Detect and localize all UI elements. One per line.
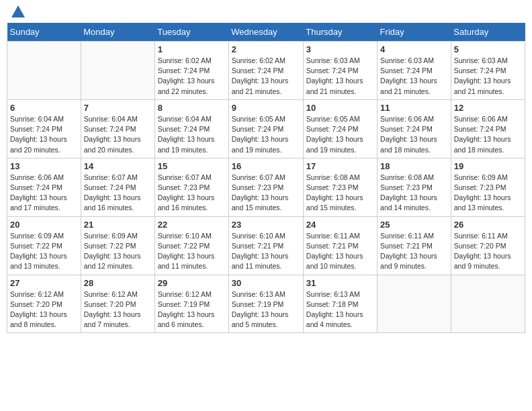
day-info: Sunrise: 6:10 AM Sunset: 7:21 PM Dayligh… [232,231,300,272]
calendar-cell: 13Sunrise: 6:06 AM Sunset: 7:24 PM Dayli… [7,158,81,216]
calendar-cell: 5Sunrise: 6:03 AM Sunset: 7:24 PM Daylig… [451,42,525,100]
day-info: Sunrise: 6:13 AM Sunset: 7:18 PM Dayligh… [306,289,374,330]
calendar-cell: 16Sunrise: 6:07 AM Sunset: 7:23 PM Dayli… [228,158,303,216]
calendar-cell: 14Sunrise: 6:07 AM Sunset: 7:24 PM Dayli… [81,158,154,216]
day-header-saturday: Saturday [451,23,525,42]
day-info: Sunrise: 6:05 AM Sunset: 7:24 PM Dayligh… [306,114,374,155]
day-number: 18 [380,161,448,171]
day-number: 16 [232,161,300,171]
day-info: Sunrise: 6:09 AM Sunset: 7:23 PM Dayligh… [454,173,522,214]
day-info: Sunrise: 6:10 AM Sunset: 7:22 PM Dayligh… [158,231,226,272]
day-info: Sunrise: 6:02 AM Sunset: 7:24 PM Dayligh… [232,56,300,97]
calendar-cell: 17Sunrise: 6:08 AM Sunset: 7:23 PM Dayli… [303,158,377,216]
day-info: Sunrise: 6:07 AM Sunset: 7:24 PM Dayligh… [84,173,152,214]
calendar-cell: 12Sunrise: 6:06 AM Sunset: 7:24 PM Dayli… [451,99,525,158]
day-info: Sunrise: 6:03 AM Sunset: 7:24 PM Dayligh… [380,56,448,97]
day-info: Sunrise: 6:12 AM Sunset: 7:20 PM Dayligh… [10,289,78,330]
day-number: 17 [306,161,374,171]
calendar-table: SundayMondayTuesdayWednesdayThursdayFrid… [7,23,525,333]
day-number: 3 [306,44,374,54]
day-info: Sunrise: 6:06 AM Sunset: 7:24 PM Dayligh… [454,114,522,155]
day-number: 1 [158,44,226,54]
calendar-cell: 2Sunrise: 6:02 AM Sunset: 7:24 PM Daylig… [228,42,303,100]
day-header-monday: Monday [81,23,154,42]
calendar-cell: 9Sunrise: 6:05 AM Sunset: 7:24 PM Daylig… [228,99,303,158]
calendar-cell: 25Sunrise: 6:11 AM Sunset: 7:21 PM Dayli… [378,216,451,275]
calendar-cell: 11Sunrise: 6:06 AM Sunset: 7:24 PM Dayli… [378,99,451,158]
day-header-thursday: Thursday [303,23,377,42]
day-info: Sunrise: 6:12 AM Sunset: 7:19 PM Dayligh… [158,289,226,330]
day-number: 9 [232,103,300,113]
day-header-sunday: Sunday [7,23,81,42]
day-number: 20 [10,220,78,230]
day-number: 23 [232,220,300,230]
calendar-cell: 24Sunrise: 6:11 AM Sunset: 7:21 PM Dayli… [303,216,377,275]
calendar-cell: 7Sunrise: 6:04 AM Sunset: 7:24 PM Daylig… [81,99,154,158]
day-header-tuesday: Tuesday [154,23,228,42]
day-number: 22 [158,220,226,230]
calendar-cell: 28Sunrise: 6:12 AM Sunset: 7:20 PM Dayli… [81,275,154,333]
calendar-cell: 4Sunrise: 6:03 AM Sunset: 7:24 PM Daylig… [378,42,451,100]
calendar-cell [451,275,525,333]
week-row-3: 13Sunrise: 6:06 AM Sunset: 7:24 PM Dayli… [7,158,525,216]
day-info: Sunrise: 6:08 AM Sunset: 7:23 PM Dayligh… [380,173,448,214]
calendar-cell: 19Sunrise: 6:09 AM Sunset: 7:23 PM Dayli… [451,158,525,216]
logo-triangle-icon [11,5,25,17]
calendar-cell: 3Sunrise: 6:03 AM Sunset: 7:24 PM Daylig… [303,42,377,100]
page-header [7,7,525,17]
day-number: 14 [84,161,152,171]
calendar-cell: 1Sunrise: 6:02 AM Sunset: 7:24 PM Daylig… [154,42,228,100]
week-row-2: 6Sunrise: 6:04 AM Sunset: 7:24 PM Daylig… [7,99,525,158]
day-info: Sunrise: 6:02 AM Sunset: 7:24 PM Dayligh… [158,56,226,97]
day-header-friday: Friday [378,23,451,42]
day-info: Sunrise: 6:04 AM Sunset: 7:24 PM Dayligh… [10,114,78,155]
day-number: 7 [84,103,152,113]
day-header-wednesday: Wednesday [228,23,303,42]
week-row-5: 27Sunrise: 6:12 AM Sunset: 7:20 PM Dayli… [7,275,525,333]
day-info: Sunrise: 6:09 AM Sunset: 7:22 PM Dayligh… [10,231,78,272]
day-number: 24 [306,220,374,230]
day-number: 13 [10,161,78,171]
day-info: Sunrise: 6:06 AM Sunset: 7:24 PM Dayligh… [10,173,78,214]
day-info: Sunrise: 6:07 AM Sunset: 7:23 PM Dayligh… [158,173,226,214]
calendar-cell: 21Sunrise: 6:09 AM Sunset: 7:22 PM Dayli… [81,216,154,275]
day-info: Sunrise: 6:11 AM Sunset: 7:21 PM Dayligh… [306,231,374,272]
day-number: 6 [10,103,78,113]
day-number: 30 [232,278,300,288]
day-info: Sunrise: 6:03 AM Sunset: 7:24 PM Dayligh… [454,56,522,97]
day-number: 11 [380,103,448,113]
calendar-cell: 22Sunrise: 6:10 AM Sunset: 7:22 PM Dayli… [154,216,228,275]
day-number: 12 [454,103,522,113]
day-number: 29 [158,278,226,288]
day-number: 21 [84,220,152,230]
calendar-cell: 18Sunrise: 6:08 AM Sunset: 7:23 PM Dayli… [378,158,451,216]
day-info: Sunrise: 6:11 AM Sunset: 7:20 PM Dayligh… [454,231,522,272]
day-info: Sunrise: 6:07 AM Sunset: 7:23 PM Dayligh… [232,173,300,214]
day-number: 2 [232,44,300,54]
calendar-cell: 27Sunrise: 6:12 AM Sunset: 7:20 PM Dayli… [7,275,81,333]
week-row-1: 1Sunrise: 6:02 AM Sunset: 7:24 PM Daylig… [7,42,525,100]
week-row-4: 20Sunrise: 6:09 AM Sunset: 7:22 PM Dayli… [7,216,525,275]
day-number: 25 [380,220,448,230]
day-number: 19 [454,161,522,171]
day-info: Sunrise: 6:04 AM Sunset: 7:24 PM Dayligh… [84,114,152,155]
day-number: 26 [454,220,522,230]
calendar-cell: 10Sunrise: 6:05 AM Sunset: 7:24 PM Dayli… [303,99,377,158]
calendar-cell: 30Sunrise: 6:13 AM Sunset: 7:19 PM Dayli… [228,275,303,333]
day-info: Sunrise: 6:09 AM Sunset: 7:22 PM Dayligh… [84,231,152,272]
day-number: 8 [158,103,226,113]
day-info: Sunrise: 6:05 AM Sunset: 7:24 PM Dayligh… [232,114,300,155]
day-info: Sunrise: 6:12 AM Sunset: 7:20 PM Dayligh… [84,289,152,330]
day-number: 5 [454,44,522,54]
calendar-cell: 8Sunrise: 6:04 AM Sunset: 7:24 PM Daylig… [154,99,228,158]
calendar-cell [81,42,154,100]
day-info: Sunrise: 6:11 AM Sunset: 7:21 PM Dayligh… [380,231,448,272]
day-number: 31 [306,278,374,288]
day-info: Sunrise: 6:13 AM Sunset: 7:19 PM Dayligh… [232,289,300,330]
logo [9,7,26,17]
calendar-cell: 6Sunrise: 6:04 AM Sunset: 7:24 PM Daylig… [7,99,81,158]
day-number: 15 [158,161,226,171]
day-info: Sunrise: 6:04 AM Sunset: 7:24 PM Dayligh… [158,114,226,155]
day-number: 27 [10,278,78,288]
days-header-row: SundayMondayTuesdayWednesdayThursdayFrid… [7,23,525,42]
